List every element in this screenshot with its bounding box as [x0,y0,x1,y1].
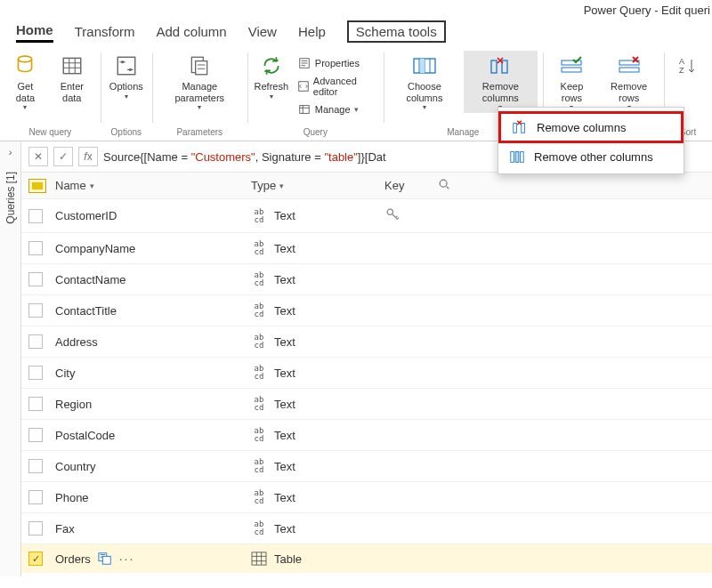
row-checkbox[interactable] [28,209,43,223]
tab-home[interactable]: Home [16,20,53,43]
sort-button[interactable]: AZ [669,51,707,83]
row-checkbox[interactable] [28,272,43,286]
database-icon [12,52,38,79]
remove-columns-icon [512,119,528,135]
row-name: City [55,366,75,380]
svg-rect-12 [491,60,497,73]
remove-columns-button[interactable]: Remove columns▾ [464,51,538,113]
select-all-checkbox[interactable] [28,179,46,193]
expand-sidebar-icon[interactable]: › [9,147,12,157]
row-checkbox[interactable] [28,303,43,318]
get-data-button[interactable]: Get data▾ [5,51,45,113]
remove-rows-button[interactable]: Remove rows▾ [599,51,659,113]
window-title: Power Query - Edit queri [0,0,712,19]
group-new-query: New query [29,127,72,141]
sort-icon: AZ [675,52,701,79]
tab-schema-tools[interactable]: Schema tools [347,20,446,43]
text-type-icon: abcd [251,458,267,474]
more-icon[interactable]: ··· [119,552,135,566]
table-row[interactable]: CountryabcdText [21,451,712,482]
row-type: Text [274,429,295,442]
column-headers: Name▾ Type▾ Key [21,173,712,199]
table-row[interactable]: PhoneabcdText [21,482,712,513]
tab-transform[interactable]: Transform [75,21,135,42]
choose-columns-button[interactable]: Choose columns▾ [389,51,460,113]
text-type-icon: abcd [251,334,267,350]
manage-parameters-button[interactable]: Manage parameters▾ [158,51,242,113]
table-row[interactable]: ContactTitleabcdText [21,295,712,326]
row-name: Fax [55,522,75,536]
svg-rect-28 [102,556,110,564]
enter-data-button[interactable]: Enter data [49,51,95,113]
tab-view[interactable]: View [248,21,277,42]
table-grid-icon [59,52,85,79]
refresh-button[interactable]: Refresh▾ [253,51,290,118]
svg-rect-9 [300,106,310,114]
text-type-icon: abcd [251,489,267,505]
accept-formula-button[interactable]: ✓ [53,147,73,166]
properties-icon [297,56,312,70]
table-row[interactable]: CompanyNameabcdText [21,233,712,264]
remove-rows-icon [616,52,643,79]
row-name: ContactName [55,273,125,286]
fx-button[interactable]: fx [78,147,98,166]
row-checkbox[interactable] [28,241,43,255]
row-name: CustomerID [55,209,117,222]
tab-add-column[interactable]: Add column [156,21,226,42]
table-row[interactable]: AddressabcdText [21,326,712,358]
row-checkbox[interactable] [28,334,43,349]
text-type-icon: abcd [251,427,267,443]
tab-help[interactable]: Help [298,21,326,42]
advanced-editor-icon [297,79,310,93]
properties-button[interactable]: Properties [294,54,378,72]
svg-rect-1 [63,58,81,73]
keep-rows-button[interactable]: Keep rows▾ [548,51,595,113]
table-row[interactable]: PostalCodeabcdText [21,420,712,451]
table-row[interactable]: CustomerIDabcdText [21,199,712,233]
row-type: Text [274,398,295,411]
row-checkbox[interactable] [28,397,43,411]
remove-other-columns-menu-item[interactable]: Remove other columns [498,143,684,170]
row-checkbox[interactable] [28,521,43,536]
table-row[interactable]: RegionabcdText [21,389,712,420]
options-icon [113,52,140,79]
svg-rect-23 [515,152,519,163]
row-name: ContactTitle [55,304,117,318]
type-column-header[interactable]: Type [251,179,276,192]
row-checkbox[interactable] [28,428,43,442]
svg-rect-20 [514,124,517,133]
row-name: Address [55,335,98,349]
table-row[interactable]: ✓Orders···Table [21,544,712,573]
name-column-header[interactable]: Name [55,179,86,192]
svg-rect-21 [522,124,525,133]
remove-columns-menu-item[interactable]: Remove columns [498,111,684,143]
row-checkbox[interactable]: ✓ [28,552,43,566]
table-type-icon [251,552,267,566]
row-name: PostalCode [55,429,115,442]
advanced-editor-button[interactable]: Advanced editor [294,74,378,99]
row-name: Orders [55,552,91,566]
group-manage: Manage [447,127,479,141]
svg-point-26 [387,209,392,214]
table-row[interactable]: ContactNameabcdText [21,264,712,295]
row-checkbox[interactable] [28,490,43,504]
row-type: Text [274,522,295,536]
key-column-header[interactable]: Key [384,179,404,192]
options-button[interactable]: Options▾ [106,51,147,102]
manage-button[interactable]: Manage ▾ [294,101,378,118]
text-type-icon: abcd [251,365,267,381]
navigate-icon [98,552,112,566]
table-row[interactable]: FaxabcdText [21,513,712,544]
choose-columns-icon [411,52,438,79]
svg-rect-2 [117,57,135,75]
row-type: Text [274,304,295,318]
svg-rect-22 [511,152,514,163]
formula-text[interactable]: Source{[Name = "Customers", Signature = … [103,150,386,164]
cancel-formula-button[interactable]: ✕ [28,147,48,166]
remove-columns-icon [487,52,514,79]
table-row[interactable]: CityabcdText [21,358,712,389]
row-checkbox[interactable] [28,459,43,473]
row-checkbox[interactable] [28,366,43,380]
schema-rows: CustomerIDabcdTextCompanyNameabcdTextCon… [21,199,712,573]
svg-point-25 [440,180,447,187]
